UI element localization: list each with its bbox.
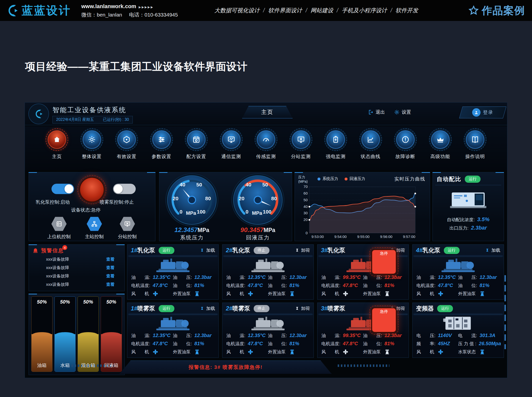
tank-percent: 50%: [55, 299, 75, 305]
hourglass-icon: [200, 248, 204, 253]
view-link[interactable]: 查看: [106, 256, 115, 262]
pump-icon: [194, 349, 200, 355]
dash-nav-item[interactable]: 强电监测: [319, 126, 352, 170]
dash-nav-item[interactable]: 参数设置: [145, 126, 178, 170]
tank-percent: 50%: [101, 299, 122, 305]
load-action-button[interactable]: 卸荷: [295, 247, 310, 253]
site-nav-item[interactable]: 手机及小程序设计/: [342, 7, 395, 14]
view-link[interactable]: 查看: [106, 265, 115, 271]
tab-home[interactable]: 主页: [242, 106, 293, 118]
device-name: 喷雾泵: [233, 305, 250, 312]
chart-legend: 系统压力 回液压力: [317, 176, 372, 181]
site-logo[interactable]: 蓝蓝设计: [5, 3, 71, 18]
load-action-button[interactable]: 卸荷: [295, 306, 310, 311]
status-badge: 急停: [371, 249, 397, 275]
dash-nav-item[interactable]: 状态曲线: [354, 126, 387, 170]
nav-separator: /: [263, 7, 265, 14]
stat-value: 81%: [384, 341, 394, 346]
gauges-panel: 40 50 20 80 0 100 MPa 12.3457MPa 系统压力 40…: [159, 172, 292, 241]
warning-text: xxx设备故障: [46, 265, 69, 271]
y-tick-label: 60: [303, 191, 308, 195]
nav-ring: [324, 128, 347, 151]
nav-ring: [81, 128, 103, 151]
nav-item-label: 故障诊断: [396, 153, 415, 160]
dash-nav-item[interactable]: 高级功能: [424, 126, 457, 170]
status-badge: 运行: [159, 305, 174, 312]
settings-button[interactable]: 设置: [394, 109, 411, 115]
emulsion-pump-toggle[interactable]: [51, 184, 74, 194]
dash-nav-item[interactable]: 主页: [41, 126, 73, 170]
dash-nav-item[interactable]: 通信监测: [215, 126, 248, 170]
dashboard-logo: [28, 104, 49, 124]
spray-toggle-label: 喷雾泵控制:停止: [100, 199, 134, 205]
dash-nav-item[interactable]: 传感监测: [250, 126, 282, 170]
dash-nav-item[interactable]: 操作说明: [459, 126, 491, 170]
stat-value: 12.3bar: [194, 333, 212, 338]
control-panel: 乳化泵控制:启动 设备状态:急停 喷雾泵控制:停止 上位机控制 主站控制 分站控…: [29, 172, 155, 241]
tank-percent: 50%: [32, 299, 52, 305]
emergency-stop-button[interactable]: [79, 177, 105, 202]
dash-nav-item[interactable]: 故障诊断: [389, 126, 422, 170]
device-card: 3# 乳化泵 急停 卸荷 油 温:99.35°C 油 压:12.3bar: [317, 244, 409, 300]
stat-value: 26.50Mpa: [479, 341, 501, 346]
cases-link[interactable]: 作品案例: [468, 4, 525, 18]
device-name: 乳化泵: [423, 246, 440, 254]
load-action-button[interactable]: 加载: [200, 306, 215, 311]
hex-control-button[interactable]: 主站控制: [85, 216, 104, 240]
stat-value: 99.35°C: [343, 333, 361, 338]
alarm-text: 报警信息: 3# 喷雾泵故障急停!: [189, 364, 263, 371]
site-nav-item[interactable]: 软件界面设计/: [268, 7, 311, 14]
legend-item[interactable]: 系统压力: [317, 176, 338, 181]
site-nav-item[interactable]: 软件开发/: [396, 7, 418, 14]
stat-value: 47.8°C: [343, 341, 358, 346]
sliders-icon: [157, 135, 166, 144]
dash-nav-item[interactable]: 整体设置: [76, 126, 108, 170]
device-name: 喷雾泵: [137, 305, 155, 312]
recipe-icon: [192, 135, 200, 144]
tank-percent: 50%: [78, 299, 99, 305]
crown-icon: [436, 135, 445, 144]
warning-list: xxx设备故障 查看 xxx设备故障 查看 xxx设备故障 查看 xxx设备故障…: [29, 255, 124, 289]
site-url[interactable]: www.lanlanwork.com: [81, 3, 136, 9]
load-action-button[interactable]: 加载: [200, 247, 215, 253]
load-action-button[interactable]: 加载: [485, 247, 500, 253]
device-card: 变频器 运行 电 压:1140V 电 流:301.3A: [412, 303, 504, 358]
hex-control-button[interactable]: 分站控制: [118, 216, 137, 240]
home-icon: [53, 135, 61, 144]
stat-value: 47.8°C: [248, 341, 263, 346]
device-status-label: 设备状态:急停: [71, 207, 100, 213]
device-card: 1# 喷雾泵 运行 加载 油 温:12.35°C 油 压:12.3bar: [127, 303, 219, 358]
device-number: 2#: [226, 247, 233, 254]
nav-ring: [290, 128, 312, 151]
y-tick-label: 20: [303, 217, 308, 222]
scrollbar-decoration[interactable]: [504, 275, 506, 349]
hourglass-icon: [200, 306, 204, 311]
deco-ticks-right: [338, 364, 389, 367]
device-name: 喷雾泵: [328, 305, 345, 312]
outlet-label: 出口压力:: [449, 225, 468, 231]
device-name: 变频器: [416, 305, 434, 312]
stat-value: 99.35°C: [343, 274, 361, 280]
nav-ring: [185, 128, 208, 151]
legend-item[interactable]: 回液压力: [345, 176, 365, 181]
dash-nav-item[interactable]: 分站监测: [285, 126, 317, 170]
stat-value: 47.8°C: [248, 283, 263, 288]
site-nav-item[interactable]: 网站建设/: [311, 7, 342, 14]
logout-button[interactable]: 退出: [368, 109, 385, 115]
exit-icon: [368, 109, 374, 115]
nav-separator: /: [337, 7, 338, 14]
site-nav-item[interactable]: 大数据可视化设计/: [214, 7, 268, 14]
spray-pump-toggle[interactable]: [113, 184, 136, 194]
nav-ring: [255, 128, 277, 151]
dash-nav-item[interactable]: 配方设置: [180, 126, 213, 170]
dashboard-topbar: 智能工业设备供液系统 2022年4月8日 星期五 已运行(秒) : 30 主页 …: [25, 103, 507, 125]
stat-value: 81%: [194, 283, 204, 288]
dash-nav-item[interactable]: 有效设置: [110, 126, 143, 170]
machine-image: [222, 256, 314, 274]
login-button[interactable]: 登录: [459, 107, 506, 118]
view-link[interactable]: 查看: [106, 273, 115, 279]
nav-item-label: 整体设置: [82, 153, 102, 160]
hex-control-button[interactable]: 上位机控制: [47, 216, 71, 240]
hourglass-icon: [485, 248, 489, 253]
view-link[interactable]: 查看: [106, 282, 115, 287]
